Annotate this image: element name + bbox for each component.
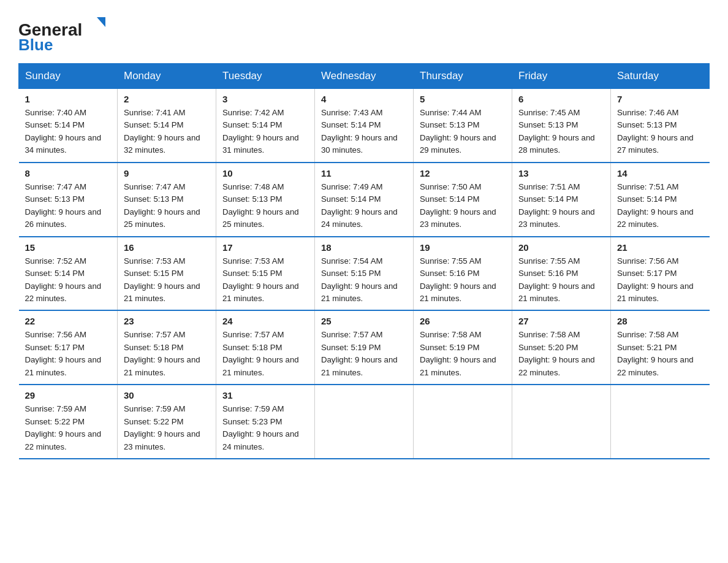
calendar-week-row: 29Sunrise: 7:59 AMSunset: 5:22 PMDayligh… bbox=[19, 385, 710, 459]
day-number: 18 bbox=[321, 242, 407, 253]
calendar-week-row: 15Sunrise: 7:52 AMSunset: 5:14 PMDayligh… bbox=[19, 237, 710, 311]
day-info: Sunrise: 7:48 AMSunset: 5:13 PMDaylight:… bbox=[222, 181, 308, 231]
calendar-day-cell bbox=[512, 385, 611, 459]
day-number: 26 bbox=[420, 316, 506, 326]
logo: General Blue bbox=[18, 12, 113, 52]
calendar-day-cell: 31Sunrise: 7:59 AMSunset: 5:23 PMDayligh… bbox=[216, 385, 315, 459]
calendar-day-cell: 28Sunrise: 7:58 AMSunset: 5:21 PMDayligh… bbox=[611, 310, 710, 385]
calendar-day-cell: 7Sunrise: 7:46 AMSunset: 5:13 PMDaylight… bbox=[611, 89, 710, 163]
day-number: 12 bbox=[420, 168, 506, 178]
calendar-day-cell: 29Sunrise: 7:59 AMSunset: 5:22 PMDayligh… bbox=[19, 385, 118, 459]
header-saturday: Saturday bbox=[611, 64, 710, 89]
calendar-day-cell: 26Sunrise: 7:58 AMSunset: 5:19 PMDayligh… bbox=[414, 310, 512, 385]
logo-svg: General Blue bbox=[18, 12, 113, 52]
day-info: Sunrise: 7:55 AMSunset: 5:16 PMDaylight:… bbox=[518, 255, 604, 305]
day-info: Sunrise: 7:41 AMSunset: 5:14 PMDaylight:… bbox=[124, 107, 210, 157]
day-info: Sunrise: 7:53 AMSunset: 5:15 PMDaylight:… bbox=[222, 255, 308, 305]
day-number: 5 bbox=[420, 94, 506, 104]
day-number: 22 bbox=[25, 316, 112, 326]
day-number: 23 bbox=[124, 316, 210, 326]
day-number: 16 bbox=[124, 242, 210, 253]
day-number: 9 bbox=[124, 168, 210, 178]
calendar-week-row: 22Sunrise: 7:56 AMSunset: 5:17 PMDayligh… bbox=[19, 310, 710, 385]
calendar-day-cell: 8Sunrise: 7:47 AMSunset: 5:13 PMDaylight… bbox=[19, 163, 118, 237]
day-info: Sunrise: 7:52 AMSunset: 5:14 PMDaylight:… bbox=[25, 255, 112, 305]
day-number: 31 bbox=[222, 390, 308, 400]
calendar-day-cell: 10Sunrise: 7:48 AMSunset: 5:13 PMDayligh… bbox=[216, 163, 315, 237]
calendar-day-cell: 27Sunrise: 7:58 AMSunset: 5:20 PMDayligh… bbox=[512, 310, 611, 385]
calendar-day-cell: 9Sunrise: 7:47 AMSunset: 5:13 PMDaylight… bbox=[118, 163, 216, 237]
calendar-day-cell: 1Sunrise: 7:40 AMSunset: 5:14 PMDaylight… bbox=[19, 89, 118, 163]
day-info: Sunrise: 7:53 AMSunset: 5:15 PMDaylight:… bbox=[124, 255, 210, 305]
calendar-table: Sunday Monday Tuesday Wednesday Thursday… bbox=[18, 63, 710, 459]
day-info: Sunrise: 7:56 AMSunset: 5:17 PMDaylight:… bbox=[25, 329, 112, 379]
calendar-day-cell bbox=[611, 385, 710, 459]
day-number: 7 bbox=[617, 94, 703, 104]
day-number: 17 bbox=[222, 242, 308, 253]
day-number: 29 bbox=[25, 390, 112, 400]
calendar-day-cell: 24Sunrise: 7:57 AMSunset: 5:18 PMDayligh… bbox=[216, 310, 315, 385]
day-info: Sunrise: 7:43 AMSunset: 5:14 PMDaylight:… bbox=[321, 107, 407, 157]
day-info: Sunrise: 7:50 AMSunset: 5:14 PMDaylight:… bbox=[420, 181, 506, 231]
day-info: Sunrise: 7:42 AMSunset: 5:14 PMDaylight:… bbox=[222, 107, 308, 157]
calendar-day-cell: 19Sunrise: 7:55 AMSunset: 5:16 PMDayligh… bbox=[414, 237, 512, 311]
calendar-day-cell: 21Sunrise: 7:56 AMSunset: 5:17 PMDayligh… bbox=[611, 237, 710, 311]
day-info: Sunrise: 7:47 AMSunset: 5:13 PMDaylight:… bbox=[25, 181, 112, 231]
svg-marker-1 bbox=[97, 17, 105, 27]
day-info: Sunrise: 7:56 AMSunset: 5:17 PMDaylight:… bbox=[617, 255, 703, 305]
day-info: Sunrise: 7:49 AMSunset: 5:14 PMDaylight:… bbox=[321, 181, 407, 231]
calendar-day-cell: 3Sunrise: 7:42 AMSunset: 5:14 PMDaylight… bbox=[216, 89, 315, 163]
day-number: 24 bbox=[222, 316, 308, 326]
calendar-day-cell: 12Sunrise: 7:50 AMSunset: 5:14 PMDayligh… bbox=[414, 163, 512, 237]
calendar-day-cell: 4Sunrise: 7:43 AMSunset: 5:14 PMDaylight… bbox=[315, 89, 414, 163]
day-info: Sunrise: 7:51 AMSunset: 5:14 PMDaylight:… bbox=[617, 181, 703, 231]
day-number: 1 bbox=[25, 94, 112, 104]
calendar-day-cell: 5Sunrise: 7:44 AMSunset: 5:13 PMDaylight… bbox=[414, 89, 512, 163]
day-info: Sunrise: 7:57 AMSunset: 5:19 PMDaylight:… bbox=[321, 329, 407, 379]
calendar-day-cell: 18Sunrise: 7:54 AMSunset: 5:15 PMDayligh… bbox=[315, 237, 414, 311]
calendar-day-cell: 23Sunrise: 7:57 AMSunset: 5:18 PMDayligh… bbox=[118, 310, 216, 385]
header-tuesday: Tuesday bbox=[216, 64, 315, 89]
calendar-day-cell: 13Sunrise: 7:51 AMSunset: 5:14 PMDayligh… bbox=[512, 163, 611, 237]
day-number: 25 bbox=[321, 316, 407, 326]
day-number: 2 bbox=[124, 94, 210, 104]
day-info: Sunrise: 7:47 AMSunset: 5:13 PMDaylight:… bbox=[124, 181, 210, 231]
calendar-day-cell: 17Sunrise: 7:53 AMSunset: 5:15 PMDayligh… bbox=[216, 237, 315, 311]
header-wednesday: Wednesday bbox=[315, 64, 414, 89]
day-number: 13 bbox=[518, 168, 604, 178]
calendar-day-cell: 25Sunrise: 7:57 AMSunset: 5:19 PMDayligh… bbox=[315, 310, 414, 385]
calendar-day-cell: 22Sunrise: 7:56 AMSunset: 5:17 PMDayligh… bbox=[19, 310, 118, 385]
day-info: Sunrise: 7:54 AMSunset: 5:15 PMDaylight:… bbox=[321, 255, 407, 305]
day-number: 20 bbox=[518, 242, 604, 253]
svg-text:Blue: Blue bbox=[18, 36, 53, 52]
header-sunday: Sunday bbox=[19, 64, 118, 89]
day-number: 15 bbox=[25, 242, 112, 253]
day-info: Sunrise: 7:45 AMSunset: 5:13 PMDaylight:… bbox=[518, 107, 604, 157]
calendar-day-cell bbox=[315, 385, 414, 459]
day-number: 19 bbox=[420, 242, 506, 253]
calendar-day-cell: 20Sunrise: 7:55 AMSunset: 5:16 PMDayligh… bbox=[512, 237, 611, 311]
calendar-day-cell: 15Sunrise: 7:52 AMSunset: 5:14 PMDayligh… bbox=[19, 237, 118, 311]
day-number: 8 bbox=[25, 168, 112, 178]
calendar-week-row: 8Sunrise: 7:47 AMSunset: 5:13 PMDaylight… bbox=[19, 163, 710, 237]
day-info: Sunrise: 7:58 AMSunset: 5:20 PMDaylight:… bbox=[518, 329, 604, 379]
header-monday: Monday bbox=[118, 64, 216, 89]
day-number: 28 bbox=[617, 316, 703, 326]
day-info: Sunrise: 7:59 AMSunset: 5:23 PMDaylight:… bbox=[222, 403, 308, 453]
day-info: Sunrise: 7:58 AMSunset: 5:21 PMDaylight:… bbox=[617, 329, 703, 379]
day-info: Sunrise: 7:44 AMSunset: 5:13 PMDaylight:… bbox=[420, 107, 506, 157]
day-info: Sunrise: 7:58 AMSunset: 5:19 PMDaylight:… bbox=[420, 329, 506, 379]
calendar-day-cell: 2Sunrise: 7:41 AMSunset: 5:14 PMDaylight… bbox=[118, 89, 216, 163]
calendar-day-cell: 6Sunrise: 7:45 AMSunset: 5:13 PMDaylight… bbox=[512, 89, 611, 163]
day-info: Sunrise: 7:51 AMSunset: 5:14 PMDaylight:… bbox=[518, 181, 604, 231]
day-number: 10 bbox=[222, 168, 308, 178]
day-info: Sunrise: 7:59 AMSunset: 5:22 PMDaylight:… bbox=[25, 403, 112, 453]
calendar-body: 1Sunrise: 7:40 AMSunset: 5:14 PMDaylight… bbox=[19, 89, 710, 459]
day-info: Sunrise: 7:59 AMSunset: 5:22 PMDaylight:… bbox=[124, 403, 210, 453]
day-number: 21 bbox=[617, 242, 703, 253]
day-info: Sunrise: 7:57 AMSunset: 5:18 PMDaylight:… bbox=[124, 329, 210, 379]
calendar-day-cell: 16Sunrise: 7:53 AMSunset: 5:15 PMDayligh… bbox=[118, 237, 216, 311]
calendar-day-cell: 14Sunrise: 7:51 AMSunset: 5:14 PMDayligh… bbox=[611, 163, 710, 237]
day-number: 6 bbox=[518, 94, 604, 104]
day-info: Sunrise: 7:55 AMSunset: 5:16 PMDaylight:… bbox=[420, 255, 506, 305]
